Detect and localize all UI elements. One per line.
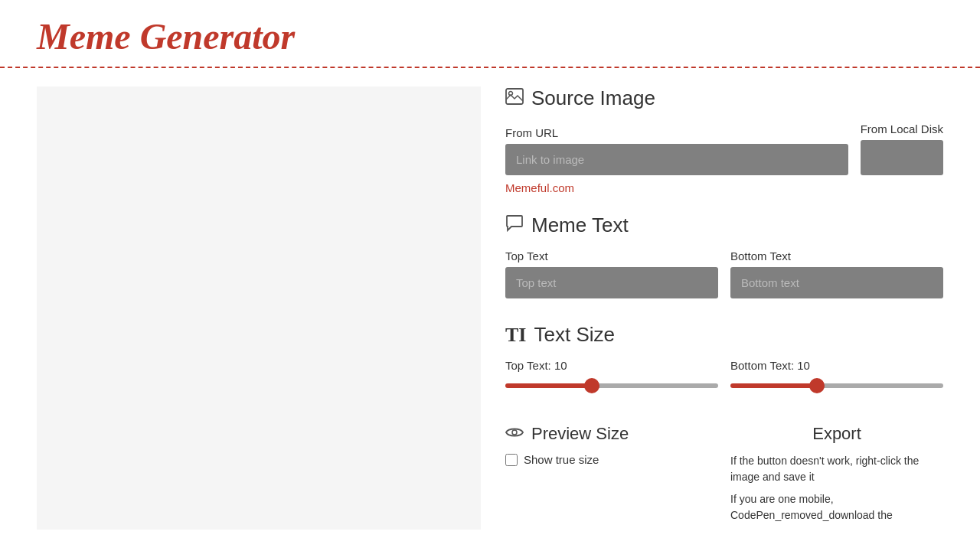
svg-point-2: [512, 430, 517, 435]
bottom-text-label: Bottom Text: [730, 249, 943, 262]
export-section: Export If the button doesn't work, right…: [730, 424, 943, 530]
text-size-section: TI Text Size Top Text: 10 Bottom Text: 1…: [505, 323, 943, 399]
text-size-title: TI Text Size: [505, 323, 943, 347]
bottom-sections: Preview Size Show true size Export If th…: [505, 424, 943, 530]
preview-panel: [37, 86, 481, 530]
memeful-link[interactable]: Memeful.com: [505, 181, 574, 194]
from-url-label: From URL: [505, 126, 848, 139]
sliders-row: Top Text: 10 Bottom Text: 10: [505, 359, 943, 393]
top-text-input[interactable]: [505, 267, 718, 298]
top-text-group: Top Text: [505, 249, 718, 298]
export-hint2: If you are one mobile, CodePen_removed_d…: [730, 491, 943, 523]
source-image-row: From URL From Local Disk: [505, 122, 943, 175]
top-slider-container: [505, 378, 718, 393]
url-group: From URL: [505, 126, 848, 175]
file-upload-button[interactable]: [861, 140, 943, 175]
export-title: Export: [730, 424, 943, 444]
controls-panel: Source Image From URL From Local Disk Me…: [505, 86, 943, 530]
text-fields-row: Top Text Bottom Text: [505, 249, 943, 298]
show-true-size-label: Show true size: [524, 453, 599, 466]
from-local-label: From Local Disk: [861, 122, 943, 135]
bottom-slider-label: Bottom Text: 10: [730, 359, 943, 372]
show-true-size-row: Show true size: [505, 453, 718, 466]
show-true-size-checkbox[interactable]: [505, 454, 518, 466]
text-size-icon: TI: [505, 325, 526, 345]
top-text-size-slider[interactable]: [505, 383, 718, 388]
source-image-section: Source Image From URL From Local Disk Me…: [505, 86, 943, 195]
bottom-text-size-slider[interactable]: [730, 383, 943, 388]
top-text-label: Top Text: [505, 249, 718, 262]
source-image-title: Source Image: [505, 86, 943, 110]
meme-text-section: Meme Text Top Text Bottom Text: [505, 214, 943, 305]
app-header: Meme Generator: [0, 0, 980, 68]
preview-size-title: Preview Size: [505, 424, 718, 444]
bottom-text-group: Bottom Text: [730, 249, 943, 298]
local-group: From Local Disk: [861, 122, 943, 175]
top-slider-label: Top Text: 10: [505, 359, 718, 372]
chat-icon: [505, 215, 524, 236]
meme-text-title: Meme Text: [505, 214, 943, 237]
app-title: Meme Generator: [37, 15, 943, 57]
eye-icon: [505, 426, 524, 442]
bottom-slider-container: [730, 378, 943, 393]
export-hint1: If the button doesn't work, right-click …: [730, 453, 943, 485]
preview-size-section: Preview Size Show true size: [505, 424, 718, 530]
bottom-text-input[interactable]: [730, 267, 943, 298]
top-slider-group: Top Text: 10: [505, 359, 718, 393]
image-icon: [505, 88, 524, 109]
bottom-slider-group: Bottom Text: 10: [730, 359, 943, 393]
url-input[interactable]: [505, 144, 848, 175]
